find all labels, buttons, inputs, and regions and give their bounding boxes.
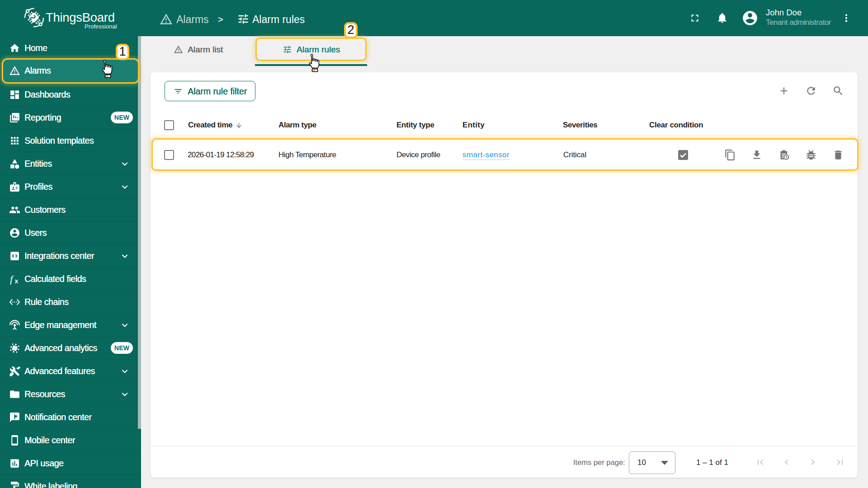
svg-text:f: f [10,273,14,284]
svg-text:x: x [15,277,19,285]
